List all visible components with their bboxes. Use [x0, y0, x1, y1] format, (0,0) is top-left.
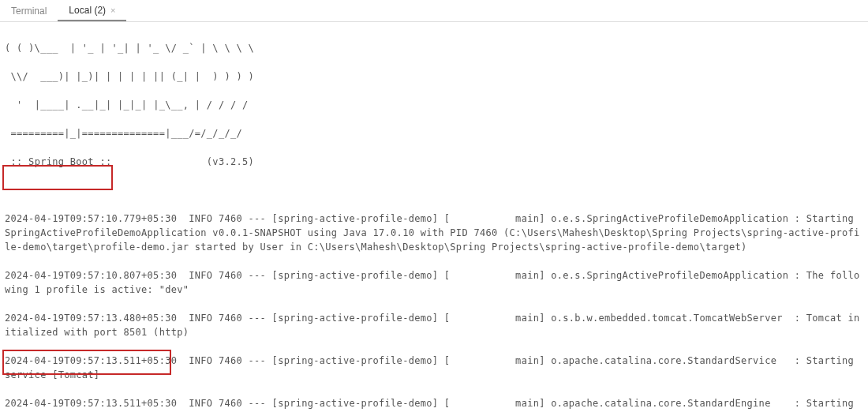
banner-line: ( ( )\___ | '_ | '_| | '_ \/ _` | \ \ \ … — [5, 41, 863, 55]
close-icon[interactable]: × — [110, 6, 115, 15]
tab-terminal-label: Terminal — [11, 6, 47, 17]
banner-line: \\/ ___)| |_)| | | | | || (_| | ) ) ) ) — [5, 69, 863, 84]
log-line: 2024-04-19T09:57:13.511+05:30 INFO 7460 … — [5, 354, 863, 382]
log-line: 2024-04-19T09:57:10.807+05:30 INFO 7460 … — [5, 268, 863, 297]
banner-line: :: Spring Boot :: (v3.2.5) — [5, 155, 863, 169]
log-line: 2024-04-19T09:57:10.779+05:30 INFO 7460 … — [5, 212, 863, 254]
log-line: 2024-04-19T09:57:13.511+05:30 INFO 7460 … — [5, 396, 863, 412]
banner-line: ' |____| .__|_| |_|_| |_\__, | / / / / — [5, 98, 863, 112]
tabs-bar: Terminal Local (2) × — [0, 0, 868, 22]
tab-terminal[interactable]: Terminal — [0, 0, 58, 21]
log-line: 2024-04-19T09:57:13.480+05:30 INFO 7460 … — [5, 311, 863, 339]
banner-line: =========|_|==============|___/=/_/_/_/ — [5, 126, 863, 140]
terminal-output[interactable]: ( ( )\___ | '_ | '_| | '_ \/ _` | \ \ \ … — [0, 22, 868, 412]
tab-local[interactable]: Local (2) × — [58, 0, 126, 21]
tab-local-label: Local (2) — [69, 5, 106, 16]
